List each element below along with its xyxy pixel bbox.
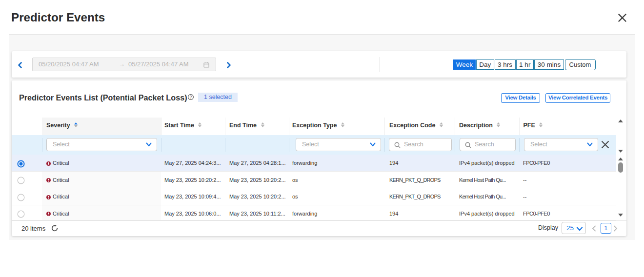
svg-text:?: ? — [190, 95, 192, 99]
